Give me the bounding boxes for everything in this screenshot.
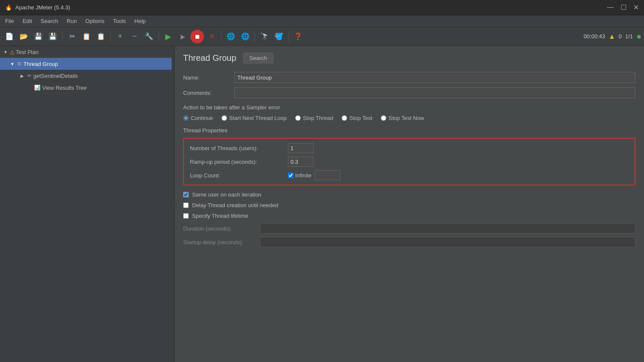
- thread-fraction: 1/1: [625, 33, 633, 40]
- save-button[interactable]: 💾: [46, 30, 60, 43]
- duration-row: Duration (seconds):: [183, 223, 635, 234]
- close-button[interactable]: ✕: [633, 3, 639, 11]
- loop-count-input[interactable]: [315, 170, 340, 180]
- warning-icon: ▲: [609, 33, 615, 40]
- radio-stop-thread[interactable]: Stop Thread: [295, 115, 333, 121]
- stop-button[interactable]: ⏹: [190, 30, 204, 43]
- running-indicator: ●: [636, 31, 641, 41]
- remote-start-all-button[interactable]: 🌐: [224, 30, 238, 43]
- specify-lifetime-checkbox[interactable]: [183, 213, 189, 219]
- menu-search[interactable]: Search: [37, 17, 61, 25]
- radio-stop-test-input[interactable]: [342, 115, 347, 121]
- threads-input[interactable]: [288, 143, 313, 153]
- expand-get-sentinel[interactable]: ▶: [20, 74, 26, 78]
- delay-thread-label: Delay Thread creation until needed: [192, 202, 278, 208]
- copy-button[interactable]: 📋: [80, 30, 93, 43]
- remote-stop-button[interactable]: 🌐: [239, 30, 252, 43]
- radio-start-next[interactable]: Start Next Thread Loop: [221, 115, 287, 121]
- open-button[interactable]: 📂: [17, 30, 31, 43]
- expand-test-plan[interactable]: ▼: [3, 50, 9, 54]
- radio-stop-test[interactable]: Stop Test: [342, 115, 372, 121]
- same-user-label: Same user on each iteration: [192, 191, 262, 198]
- separator-4: [221, 31, 221, 42]
- menu-options[interactable]: Options: [82, 17, 108, 25]
- comments-input[interactable]: [234, 87, 635, 98]
- startup-delay-row: Startup delay (seconds):: [183, 237, 635, 247]
- shutdown-button[interactable]: ✕: [205, 30, 218, 43]
- radio-stop-test-now-input[interactable]: [381, 115, 386, 121]
- radio-continue-label: Continue: [191, 115, 213, 121]
- specify-lifetime-checkbox-label[interactable]: Specify Thread lifetime: [183, 213, 635, 219]
- page-title: Thread Group: [183, 53, 236, 63]
- tree-label-get-sentinel: getSentinelDetails: [33, 73, 78, 79]
- clear-button[interactable]: 🪣: [272, 30, 286, 43]
- remove-button[interactable]: −: [128, 30, 141, 43]
- name-label: Name:: [183, 74, 234, 81]
- content-panel: Thread Group Search Name: Comments: Acti…: [175, 46, 644, 362]
- new-button[interactable]: 📄: [3, 30, 16, 43]
- infinite-label: Infinite: [295, 172, 311, 179]
- radio-start-next-label: Start Next Thread Loop: [229, 115, 287, 121]
- radio-continue[interactable]: Continue: [183, 115, 213, 121]
- tree-item-test-plan[interactable]: ▼ △ Test Plan: [0, 46, 174, 58]
- thread-properties-box: Number of Threads (users): Ramp-up perio…: [183, 138, 635, 185]
- loop-count-label: Loop Count:: [190, 172, 288, 179]
- duration-label: Duration (seconds):: [183, 225, 260, 232]
- elapsed-time: 00:00:43: [584, 33, 605, 40]
- app-icon: 🔥: [5, 4, 12, 11]
- rampup-row: Ramp-up period (seconds):: [190, 157, 629, 167]
- window-controls[interactable]: — ☐ ✕: [607, 3, 639, 11]
- start-button[interactable]: ▶: [161, 30, 175, 43]
- startup-delay-input[interactable]: [260, 237, 635, 247]
- radio-continue-input[interactable]: [183, 115, 189, 121]
- menu-help[interactable]: Help: [131, 17, 150, 25]
- menu-run[interactable]: Run: [63, 17, 80, 25]
- tree-item-get-sentinel[interactable]: ▶ ✏ getSentinelDetails: [0, 70, 174, 82]
- startup-delay-label: Startup delay (seconds):: [183, 239, 260, 245]
- menu-edit[interactable]: Edit: [19, 17, 35, 25]
- add-button[interactable]: +: [113, 30, 127, 43]
- rampup-input[interactable]: [288, 157, 313, 167]
- radio-stop-test-label: Stop Test: [349, 115, 372, 121]
- separator-5: [255, 31, 255, 42]
- test-plan-icon: △: [10, 49, 14, 55]
- status-bar: 00:00:43 ▲ 0 1/1 ●: [584, 31, 641, 41]
- name-input[interactable]: [234, 72, 635, 83]
- reset-button[interactable]: 🔧: [142, 30, 156, 43]
- app-title: Apache JMeter (5.4.3): [15, 4, 70, 11]
- minimize-button[interactable]: —: [607, 3, 614, 11]
- separator-2: [110, 31, 111, 42]
- expand-thread-group[interactable]: ▼: [10, 62, 15, 66]
- error-count: 0: [619, 33, 622, 40]
- same-user-checkbox[interactable]: [183, 192, 189, 197]
- help-button[interactable]: ❓: [291, 30, 305, 43]
- separator-3: [158, 31, 159, 42]
- radio-stop-thread-input[interactable]: [295, 115, 301, 121]
- save-template-button[interactable]: 💾: [32, 30, 45, 43]
- infinite-checkbox[interactable]: [288, 173, 293, 178]
- cut-button[interactable]: ✂: [65, 30, 79, 43]
- threads-row: Number of Threads (users):: [190, 143, 629, 153]
- tree-item-view-results[interactable]: 📊 View Results Tree: [0, 82, 174, 94]
- specify-lifetime-label: Specify Thread lifetime: [192, 213, 248, 219]
- radio-start-next-input[interactable]: [221, 115, 227, 121]
- delay-thread-checkbox-label[interactable]: Delay Thread creation until needed: [183, 202, 635, 208]
- radio-stop-test-now[interactable]: Stop Test Now: [381, 115, 424, 121]
- maximize-button[interactable]: ☐: [621, 3, 627, 11]
- search-button[interactable]: Search: [243, 53, 273, 63]
- get-sentinel-icon: ✏: [27, 73, 32, 79]
- delay-thread-checkbox[interactable]: [183, 202, 189, 208]
- same-user-checkbox-label[interactable]: Same user on each iteration: [183, 191, 635, 198]
- menu-tools[interactable]: Tools: [109, 17, 129, 25]
- tree-item-thread-group[interactable]: ▼ ⚙ Thread Group: [0, 58, 174, 70]
- clear-results-button[interactable]: 🔭: [258, 30, 271, 43]
- radio-stop-test-now-label: Stop Test Now: [388, 115, 424, 121]
- duration-input[interactable]: [260, 223, 635, 234]
- panel-resize-handle[interactable]: ⋮: [172, 46, 174, 362]
- separator-6: [288, 31, 289, 42]
- thread-props-section-label: Thread Properties: [183, 127, 635, 134]
- start-no-pause-button[interactable]: ▶: [176, 30, 190, 43]
- menu-file[interactable]: File: [2, 17, 17, 25]
- paste-button[interactable]: 📋: [94, 30, 108, 43]
- infinite-checkbox-label[interactable]: Infinite: [288, 172, 311, 179]
